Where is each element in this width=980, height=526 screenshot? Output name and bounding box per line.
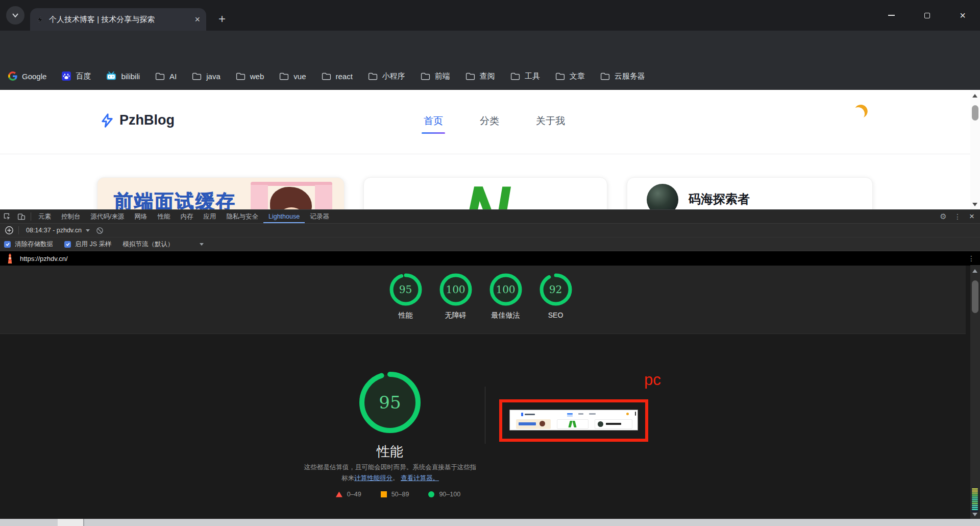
inspect-element-button[interactable] [0, 210, 14, 223]
bookmark-folder-cloudserver[interactable]: 云服务器 [600, 71, 645, 81]
lighthouse-audit-row: 08:14:37 - pzhdv.cn [0, 224, 980, 237]
report-menu-kebab-icon[interactable]: ⋮ [968, 254, 975, 262]
chevron-down-icon [12, 12, 19, 19]
scroll-down-arrow[interactable] [972, 513, 977, 516]
average-square-icon [381, 491, 387, 497]
nav-item-home[interactable]: 首页 [424, 114, 443, 134]
tab-close-icon[interactable]: × [194, 15, 200, 24]
legend-label: 90–100 [439, 491, 460, 498]
score-seo[interactable]: 92 SEO [532, 273, 579, 319]
score-accessibility[interactable]: 100 无障碍 [432, 273, 479, 320]
clear-storage-checkbox[interactable] [4, 241, 11, 248]
bookmark-folder-frontend[interactable]: 前端 [421, 71, 450, 81]
devtools-tab-performance[interactable]: 性能 [152, 210, 175, 223]
pass-circle-icon [428, 491, 434, 497]
bookmark-folder-java[interactable]: java [192, 72, 220, 81]
bookmark-folder-web[interactable]: web [236, 72, 264, 81]
clear-audits-button[interactable] [93, 224, 107, 237]
close-icon: × [969, 211, 974, 222]
score-gauge: 100 [439, 273, 473, 306]
bookmark-folder-react[interactable]: react [322, 72, 353, 81]
score-legend: 0–49 50–89 90–100 [296, 491, 500, 498]
bookmark-folder-ai[interactable]: AI [155, 72, 177, 81]
tab-search-button[interactable] [6, 6, 24, 25]
devtools-tab-network[interactable]: 网络 [129, 210, 152, 223]
nav-item-about[interactable]: 关于我 [536, 114, 565, 134]
devtools-tab-elements[interactable]: 元素 [33, 210, 56, 223]
devtools-tab-console[interactable]: 控制台 [56, 210, 86, 223]
bookmark-baidu[interactable]: 百度 [62, 71, 91, 81]
audit-selector[interactable]: 08:14:37 - pzhdv.cn [26, 227, 82, 234]
logo-bolt-icon [100, 113, 114, 128]
site-logo[interactable]: PzhBlog [100, 112, 175, 128]
mini-scrollbar [635, 412, 636, 416]
scroll-up-arrow[interactable] [972, 94, 977, 98]
mini-card1-character [540, 421, 545, 426]
browser-tab[interactable]: 个人技术博客 | 技术分享与探索 × [30, 8, 206, 31]
check-icon [5, 242, 10, 247]
lighthouse-report-urlbar: https://pzhdv.cn/ ⋮ [0, 251, 980, 266]
new-tab-button[interactable]: + [214, 11, 230, 27]
devtools-scrollbar[interactable] [970, 265, 980, 519]
bookmark-folder-articles[interactable]: 文章 [555, 71, 585, 81]
calc-score-link[interactable]: 计算性能得分 [354, 474, 393, 482]
dark-mode-toggle-moon-icon[interactable] [849, 105, 867, 123]
bookmark-label: Google [22, 72, 46, 81]
js-sampling-checkbox[interactable] [64, 241, 71, 248]
article-card-green-n[interactable] [363, 177, 607, 209]
score-value: 95 [389, 273, 423, 306]
taskbar-divider [83, 519, 84, 526]
js-sampling-label[interactable]: 启用 JS 采样 [75, 240, 112, 249]
window-close-button[interactable]: × [954, 7, 971, 23]
devtools-tab-privacy[interactable]: 隐私与安全 [221, 210, 263, 223]
bookmark-label: java [206, 72, 220, 81]
folder-icon [192, 72, 202, 80]
lighthouse-logo-icon [5, 253, 15, 264]
clear-storage-label[interactable]: 清除存储数据 [15, 240, 53, 249]
scroll-up-arrow[interactable] [972, 269, 977, 273]
bookmark-bilibili[interactable]: bilibili [106, 71, 140, 81]
inspect-cursor-icon [3, 212, 11, 221]
bookmark-folder-tools[interactable]: 工具 [510, 71, 540, 81]
score-value: 92 [539, 273, 573, 306]
devtools-close-button[interactable]: × [965, 210, 979, 223]
windows-taskbar-edge[interactable] [0, 519, 980, 526]
performance-description: 这些都是估算值，且可能会因时而异。系统会直接基于这些指 标来计算性能得分。 查看… [295, 462, 486, 483]
mini-card3-avatar [598, 421, 603, 427]
profile-card[interactable]: 码海探索者 [627, 177, 873, 209]
devtools-settings-button[interactable]: ⚙ [936, 210, 950, 223]
bookmark-folder-lookup[interactable]: 查阅 [465, 71, 495, 81]
devtools-tab-lighthouse[interactable]: Lighthouse [263, 210, 305, 223]
devtools-tab-recorder[interactable]: 记录器 [305, 210, 334, 223]
new-audit-button[interactable] [2, 224, 16, 237]
devtools-menu-button[interactable]: ⋮ [950, 210, 965, 223]
bookmark-folder-miniprogram[interactable]: 小程序 [368, 71, 405, 81]
view-calculator-link[interactable]: 查看计算器。 [401, 474, 439, 482]
bookmark-google[interactable]: Google [8, 71, 46, 81]
devtools-tab-application[interactable]: 应用 [198, 210, 221, 223]
window-minimize-button[interactable] [883, 7, 900, 23]
page-screenshot-thumbnail[interactable] [509, 410, 638, 431]
block-icon [96, 227, 104, 234]
bilibili-logo-icon [106, 71, 116, 81]
bookmark-label: 前端 [435, 71, 450, 81]
score-value: 100 [489, 273, 523, 306]
window-maximize-button[interactable] [918, 7, 936, 23]
bookmark-label: 查阅 [480, 71, 495, 81]
nav-item-categories[interactable]: 分类 [480, 114, 499, 134]
throttling-select-label[interactable]: 模拟节流（默认） [123, 240, 174, 249]
bookmark-folder-vue[interactable]: vue [279, 72, 306, 81]
description-text: 。 [393, 474, 401, 482]
scroll-thumb[interactable] [972, 280, 978, 313]
score-best-practices[interactable]: 100 最佳做法 [482, 273, 529, 320]
toggle-device-toolbar-button[interactable] [14, 210, 29, 223]
devtools-tab-sources[interactable]: 源代码/来源 [86, 210, 130, 223]
article-card-frontend-cache[interactable]: 前端面试缓存 [97, 177, 345, 209]
score-performance[interactable]: 95 性能 [382, 273, 429, 320]
legend-fail: 0–49 [336, 491, 361, 498]
folder-icon [368, 72, 378, 80]
scroll-down-arrow[interactable] [972, 203, 977, 206]
page-scrollbar[interactable] [970, 90, 980, 209]
scroll-thumb[interactable] [972, 105, 978, 121]
devtools-tab-memory[interactable]: 内存 [175, 210, 198, 223]
